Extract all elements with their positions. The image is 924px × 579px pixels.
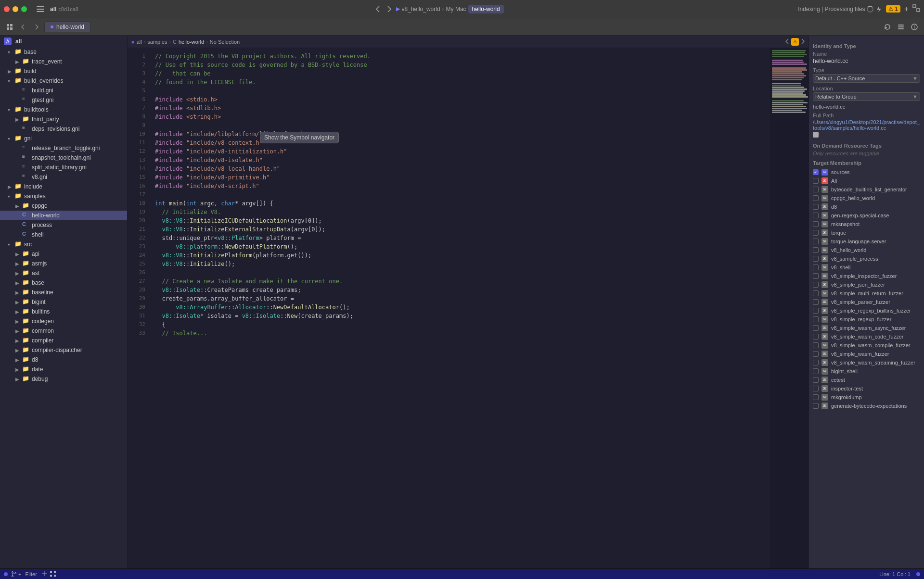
sidebar-item-bigint[interactable]: ▶📁bigint <box>0 297 127 307</box>
sidebar-item-hello-world[interactable]: Chello-world <box>0 211 127 220</box>
sidebar-item-third_party[interactable]: ▶📁third_party <box>0 114 127 124</box>
sidebar-item-common[interactable]: ▶📁common <box>0 326 127 336</box>
location-select[interactable]: Relative to Group ▼ <box>813 92 920 101</box>
status-add-button[interactable] <box>41 570 48 578</box>
target-item-2[interactable]: ✉bytecode_builtins_list_generator <box>813 185 920 194</box>
target-item-23[interactable]: ✉bigint_shell <box>813 367 920 376</box>
sidebar-item-builtins[interactable]: ▶📁builtins <box>0 307 127 316</box>
sidebar-item-buildtools[interactable]: ▾📁buildtools <box>0 105 127 114</box>
maximize-button[interactable] <box>21 6 27 12</box>
target-item-22[interactable]: ✉v8_simple_wasm_streaming_fuzzer <box>813 358 920 367</box>
git-branch[interactable]: + <box>12 571 21 577</box>
breadcrumb-next-button[interactable] <box>801 38 805 45</box>
sidebar-item-snapshot_toolchain.gni[interactable]: ≡snapshot_toolchain.gni <box>0 153 127 163</box>
target-checkbox[interactable] <box>813 299 819 305</box>
sidebar-item-build.gni[interactable]: ≡build.gni <box>0 86 127 95</box>
target-item-21[interactable]: ✉v8_simple_wasm_fuzzer <box>813 350 920 358</box>
target-item-18[interactable]: ✉v8_simple_wasm_async_fuzzer <box>813 324 920 332</box>
target-checkbox[interactable] <box>813 221 819 227</box>
sidebar-item-release_branch_toggle.gni[interactable]: ≡release_branch_toggle.gni <box>0 143 127 153</box>
sidebar-item-compiler-dispatcher[interactable]: ▶📁compiler-dispatcher <box>0 345 127 355</box>
nav-forward-button[interactable] <box>31 21 42 33</box>
target-checkbox[interactable] <box>813 169 819 175</box>
list-view-button[interactable] <box>895 21 907 33</box>
target-item-20[interactable]: ✉v8_simple_wasm_compile_fuzzer <box>813 341 920 350</box>
target-checkbox[interactable] <box>813 403 819 409</box>
sidebar-item-ast[interactable]: ▶📁ast <box>0 268 127 278</box>
path-reveal-button[interactable] <box>813 132 819 138</box>
target-item-12[interactable]: ✉v8_simple_inspector_fuzzer <box>813 272 920 280</box>
target-item-11[interactable]: ✉v8_shell <box>813 263 920 272</box>
target-item-9[interactable]: ✉v8_hello_world <box>813 246 920 254</box>
target-checkbox[interactable] <box>813 247 819 253</box>
sidebar-item-v8.gni[interactable]: ≡v8.gni <box>0 172 127 182</box>
sidebar-item-shell[interactable]: Cshell <box>0 230 127 239</box>
info-button[interactable] <box>909 21 920 33</box>
sidebar-root[interactable]: A all <box>0 36 127 47</box>
file-tab[interactable]: hello-world <box>44 21 90 32</box>
sidebar-item-baseline[interactable]: ▶📁baseline <box>0 288 127 297</box>
nav-back-button[interactable] <box>17 21 29 33</box>
target-item-8[interactable]: ✉torque-language-server <box>813 237 920 246</box>
active-tab[interactable]: hello-world <box>468 5 504 13</box>
sidebar-item-base2[interactable]: ▶📁base <box>0 278 127 288</box>
target-item-4[interactable]: ✉d8 <box>813 202 920 211</box>
close-button[interactable] <box>4 6 10 12</box>
target-item-24[interactable]: ✉cctest <box>813 376 920 384</box>
target-item-27[interactable]: ✉generate-bytecode-expectations <box>813 402 920 410</box>
sidebar-item-build_overrides[interactable]: ▾📁build_overrides <box>0 76 127 86</box>
sidebar-item-build[interactable]: ▶📁build <box>0 66 127 76</box>
target-checkbox[interactable] <box>813 386 819 391</box>
target-checkbox[interactable] <box>813 360 819 365</box>
target-checkbox[interactable] <box>813 178 819 184</box>
target-checkbox[interactable] <box>813 213 819 218</box>
target-item-14[interactable]: ✉v8_simple_multi_return_fuzzer <box>813 289 920 298</box>
target-item-3[interactable]: ✉cppgc_hello_world <box>813 194 920 202</box>
target-checkbox[interactable] <box>813 273 819 279</box>
type-select[interactable]: Default - C++ Source ▼ <box>813 74 920 83</box>
editor-wrapper[interactable]: // Copyright 2015 the V8 project authors… <box>149 48 770 568</box>
sidebar-item-api[interactable]: ▶📁api <box>0 249 127 259</box>
target-checkbox[interactable] <box>813 308 819 314</box>
sidebar-item-compiler[interactable]: ▶📁compiler <box>0 336 127 345</box>
target-item-6[interactable]: ✉mksnapshot <box>813 220 920 228</box>
reload-button[interactable] <box>882 21 893 33</box>
target-item-5[interactable]: ✉gen-regexp-special-case <box>813 211 920 220</box>
target-item-13[interactable]: ✉v8_simple_json_fuzzer <box>813 280 920 289</box>
target-item-15[interactable]: ✉v8_simple_parser_fuzzer <box>813 298 920 306</box>
back-button[interactable] <box>373 4 383 14</box>
sidebar-item-gtest.gni[interactable]: ≡gtest.gni <box>0 95 127 105</box>
target-item-7[interactable]: ✉torque <box>813 228 920 237</box>
sidebar-item-debug[interactable]: ▶📁debug <box>0 374 127 384</box>
target-item-25[interactable]: ✉inspector-test <box>813 384 920 393</box>
minimize-button[interactable] <box>13 6 18 12</box>
target-checkbox[interactable] <box>813 282 819 288</box>
sidebar-item-src[interactable]: ▾📁src <box>0 239 127 249</box>
target-checkbox[interactable] <box>813 394 819 400</box>
target-checkbox[interactable] <box>813 230 819 236</box>
sidebar-item-split_static_library.gni[interactable]: ≡split_static_library.gni <box>0 163 127 172</box>
target-checkbox[interactable] <box>813 342 819 348</box>
sidebar-item-include[interactable]: ▶📁include <box>0 182 127 191</box>
target-item-26[interactable]: ✉mkgrokdump <box>813 393 920 402</box>
warning-indicator[interactable]: ⚠ <box>791 38 799 46</box>
sidebar-item-date[interactable]: ▶📁date <box>0 365 127 374</box>
status-grid-button[interactable] <box>50 570 56 578</box>
target-checkbox[interactable] <box>813 334 819 340</box>
sidebar-item-trace_event[interactable]: ▶📁trace_event <box>0 57 127 66</box>
sidebar-item-deps_revisions.gni[interactable]: ≡deps_revisions.gni <box>0 124 127 134</box>
target-item-1[interactable]: ✉All <box>813 176 920 185</box>
sidebar-item-samples[interactable]: ▾📁samples <box>0 191 127 201</box>
code-content[interactable]: // Copyright 2015 the V8 project authors… <box>149 48 770 568</box>
target-item-19[interactable]: ✉v8_simple_wasm_code_fuzzer <box>813 332 920 341</box>
sidebar-toggle[interactable] <box>35 3 46 15</box>
target-item-16[interactable]: ✉v8_simple_regexp_builtins_fuzzer <box>813 306 920 315</box>
fullscreen-button[interactable] <box>912 4 920 13</box>
target-item-17[interactable]: ✉v8_simple_regexp_fuzzer <box>813 315 920 324</box>
target-item-0[interactable]: ✉sources <box>813 168 920 176</box>
target-checkbox[interactable] <box>813 239 819 244</box>
target-checkbox[interactable] <box>813 325 819 331</box>
target-checkbox[interactable] <box>813 195 819 201</box>
sidebar-item-d8[interactable]: ▶📁d8 <box>0 355 127 365</box>
target-checkbox[interactable] <box>813 204 819 210</box>
